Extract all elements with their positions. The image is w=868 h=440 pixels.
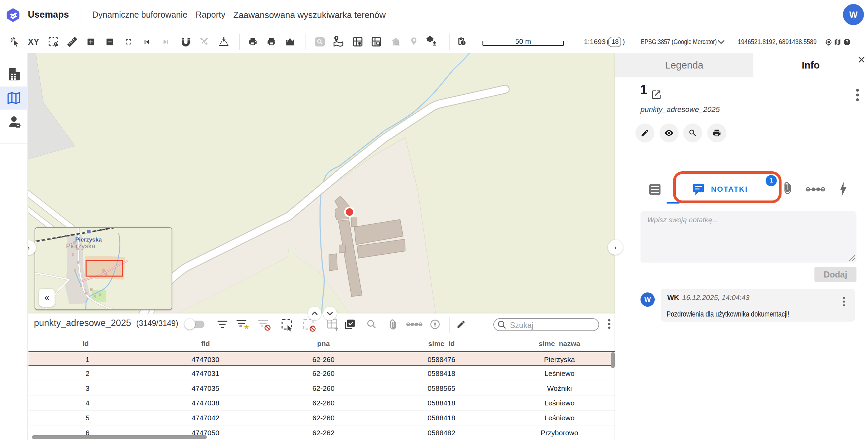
svg-text:★: ★: [244, 324, 249, 330]
svg-text:18: 18: [611, 38, 618, 45]
svg-text:50 m: 50 m: [515, 37, 531, 45]
svg-text:EPSG:3857 (Google Mercator): EPSG:3857 (Google Mercator): [641, 38, 717, 45]
svg-text:): ): [623, 38, 625, 45]
svg-text:1946521.8192, 6891438.5589: 1946521.8192, 6891438.5589: [738, 38, 816, 46]
svg-text:1:1693: 1:1693: [584, 38, 606, 45]
svg-text:XY: XY: [28, 37, 39, 46]
svg-text:Pierzyska: Pierzyska: [66, 242, 96, 250]
